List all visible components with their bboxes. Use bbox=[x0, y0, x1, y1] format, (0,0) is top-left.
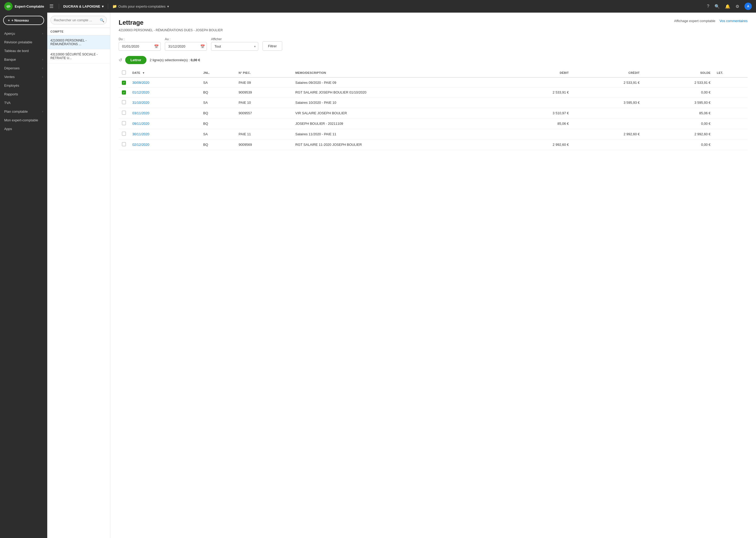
selection-info: 2 ligne(s) sélectionnée(s) : 0,00 € bbox=[150, 58, 200, 62]
row-checkbox[interactable] bbox=[122, 111, 126, 115]
row-memo: RGT SALAIRE 11-2020 JOSEPH BOULIER bbox=[292, 139, 501, 150]
row-checkbox[interactable] bbox=[122, 142, 126, 146]
row-credit bbox=[572, 108, 643, 119]
selection-text: 2 ligne(s) sélectionnée(s) : bbox=[150, 58, 190, 62]
sidebar-item-mon-expert[interactable]: Mon expert-comptable bbox=[0, 116, 47, 125]
row-debit bbox=[501, 97, 572, 108]
title-section: Lettrage bbox=[118, 19, 144, 26]
sidebar-item-rapports[interactable]: Rapports bbox=[0, 90, 47, 98]
hamburger-icon[interactable]: ☰ bbox=[48, 2, 55, 10]
settings-icon[interactable]: ⚙ bbox=[735, 4, 739, 9]
row-piece: PAIE 11 bbox=[235, 129, 292, 139]
row-solde: 3 595,93 € bbox=[643, 97, 714, 108]
to-date-input[interactable] bbox=[165, 42, 207, 51]
filter-button[interactable]: Filtrer bbox=[262, 41, 282, 51]
notification-icon[interactable]: 🔔 bbox=[725, 4, 730, 9]
row-date: 31/10/2020 bbox=[129, 97, 200, 108]
row-piece: PAIE 10 bbox=[235, 97, 292, 108]
to-date-wrap: 📅 bbox=[165, 42, 207, 51]
row-checkbox-cell bbox=[118, 108, 129, 119]
date-link[interactable]: 01/12/2020 bbox=[132, 90, 149, 94]
date-link[interactable]: 09/11/2020 bbox=[132, 122, 149, 126]
header-row: DATE ▼ JNL. N° PIEC. MEMO/DESCRIPTION bbox=[118, 68, 748, 78]
sidebar-item-tva[interactable]: TVA bbox=[0, 98, 47, 107]
col-header-let: LET. bbox=[714, 68, 748, 78]
user-avatar[interactable]: A bbox=[744, 3, 752, 10]
row-checkbox[interactable]: ✓ bbox=[122, 81, 126, 85]
row-date: 03/11/2020 bbox=[129, 108, 200, 119]
table: DATE ▼ JNL. N° PIEC. MEMO/DESCRIPTION bbox=[118, 68, 748, 150]
refresh-icon[interactable]: ↺ bbox=[118, 58, 122, 63]
from-date-input[interactable] bbox=[118, 42, 161, 51]
row-checkbox-cell bbox=[118, 129, 129, 139]
account-search-container: 🔍 bbox=[47, 13, 110, 28]
header-links: Affichage expert comptable Vos commentai… bbox=[674, 19, 748, 23]
sidebar-item-apercu[interactable]: Aperçu › bbox=[0, 29, 47, 38]
new-button[interactable]: + + Nouveau bbox=[3, 16, 44, 25]
company-selector[interactable]: DUCRAN & LAPOIGNE ▾ bbox=[63, 4, 104, 8]
row-memo: JOSEPH BOULIER - 20211109 bbox=[292, 119, 501, 129]
row-piece: 9009569 bbox=[235, 139, 292, 150]
sidebar: + + Nouveau Aperçu › Révision préalable … bbox=[0, 13, 47, 538]
row-checkbox[interactable] bbox=[122, 100, 126, 104]
vos-commentaires-link[interactable]: Vos commentaires bbox=[720, 19, 748, 23]
date-link[interactable]: 02/12/2020 bbox=[132, 143, 149, 146]
table-row: 31/10/2020 SA PAIE 10 Salaires 10/2020 -… bbox=[118, 97, 748, 108]
row-solde: 0,00 € bbox=[643, 139, 714, 150]
affichage-expert-link[interactable]: Affichage expert comptable bbox=[674, 19, 715, 23]
row-solde: 0,00 € bbox=[643, 119, 714, 129]
sidebar-item-banque[interactable]: Banque › bbox=[0, 55, 47, 64]
main-content: Lettrage Affichage expert comptable Vos … bbox=[110, 13, 756, 538]
row-date: 01/12/2020 bbox=[129, 87, 200, 97]
topbar-divider2 bbox=[108, 4, 108, 9]
row-debit: 85,06 € bbox=[501, 119, 572, 129]
row-date: 30/09/2020 bbox=[129, 78, 200, 87]
account-search-input[interactable] bbox=[50, 16, 107, 25]
date-link[interactable]: 31/10/2020 bbox=[132, 101, 149, 105]
row-memo: Salaires 11/2020 - PAIE 11 bbox=[292, 129, 501, 139]
app-name: Expert-Comptable bbox=[15, 4, 44, 8]
table-header: DATE ▼ JNL. N° PIEC. MEMO/DESCRIPTION bbox=[118, 68, 748, 78]
lettrer-button[interactable]: Lettrer bbox=[125, 56, 147, 64]
page-header: Lettrage Affichage expert comptable Vos … bbox=[118, 19, 748, 26]
sidebar-item-tableau[interactable]: Tableau de bord bbox=[0, 46, 47, 55]
row-checkbox[interactable] bbox=[122, 132, 126, 136]
row-piece: PAIE 09 bbox=[235, 78, 292, 87]
select-all-checkbox[interactable] bbox=[122, 71, 126, 75]
sidebar-item-ventes[interactable]: Ventes › bbox=[0, 73, 47, 81]
chevron-right-icon: › bbox=[42, 32, 43, 35]
sidebar-item-apps[interactable]: Apps bbox=[0, 125, 47, 133]
help-icon[interactable]: ? bbox=[707, 4, 709, 9]
sidebar-item-plan-comptable[interactable]: Plan comptable › bbox=[0, 107, 47, 116]
row-memo: RGT SALAIRE JOSEPH BOULIER 01/10/2020 bbox=[292, 87, 501, 97]
to-date-group: Au : 📅 bbox=[165, 37, 207, 51]
row-jnl: BQ bbox=[200, 108, 235, 119]
topbar-actions: ? 🔍 🔔 ⚙ A bbox=[707, 3, 752, 10]
app-logo[interactable]: qb Expert-Comptable bbox=[4, 2, 44, 11]
date-link[interactable]: 03/11/2020 bbox=[132, 111, 149, 115]
row-let bbox=[714, 87, 748, 97]
account-item[interactable]: 42100003 PERSONNEL - RÉMUNÉRATIONS ... bbox=[47, 35, 110, 49]
tools-menu[interactable]: 📁 Outils pour experts-comptables ▾ bbox=[112, 4, 169, 8]
search-icon: 🔍 bbox=[100, 18, 104, 22]
sidebar-item-employes[interactable]: Employés bbox=[0, 81, 47, 90]
page-title: Lettrage bbox=[118, 19, 144, 26]
row-credit: 2 992,60 € bbox=[572, 129, 643, 139]
col-header-date[interactable]: DATE ▼ bbox=[129, 68, 200, 78]
search-icon[interactable]: 🔍 bbox=[715, 4, 720, 9]
row-credit: 2 533,91 € bbox=[572, 78, 643, 87]
row-credit bbox=[572, 139, 643, 150]
row-let bbox=[714, 108, 748, 119]
date-link[interactable]: 30/11/2020 bbox=[132, 132, 149, 136]
display-select[interactable]: Tout Lettré Non lettré bbox=[211, 42, 258, 51]
row-piece: 9009557 bbox=[235, 108, 292, 119]
row-piece bbox=[235, 119, 292, 129]
account-item[interactable]: 43110000 SÉCURITÉ SOCIALE - RETRAITE U..… bbox=[47, 49, 110, 63]
row-debit: 3 510,97 € bbox=[501, 108, 572, 119]
row-checkbox[interactable]: ✓ bbox=[122, 90, 126, 94]
sidebar-item-depenses[interactable]: Dépenses › bbox=[0, 64, 47, 73]
sidebar-item-revision[interactable]: Révision préalable bbox=[0, 38, 47, 46]
date-link[interactable]: 30/09/2020 bbox=[132, 81, 149, 84]
row-checkbox-cell: ✓ bbox=[118, 78, 129, 87]
row-checkbox[interactable] bbox=[122, 121, 126, 125]
